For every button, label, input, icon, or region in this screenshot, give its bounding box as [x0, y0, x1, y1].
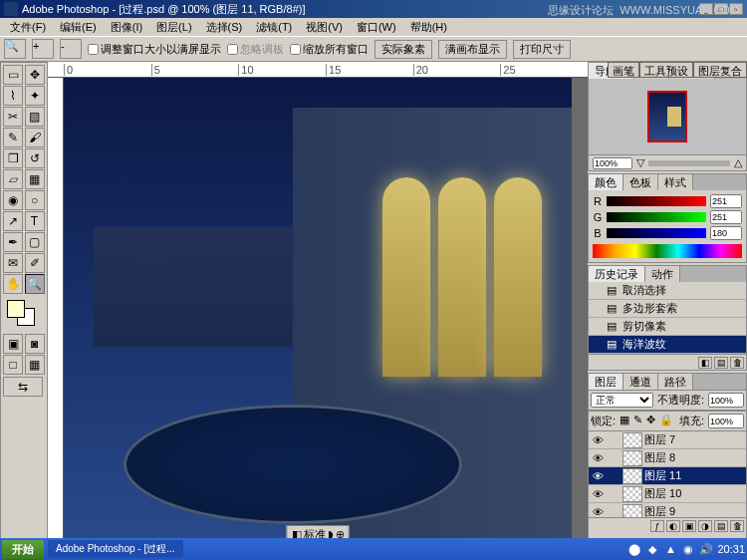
zoom-tool[interactable]: 🔍	[25, 274, 45, 294]
new-snapshot-icon[interactable]: ◧	[698, 357, 712, 369]
lock-position-icon[interactable]: ✥	[646, 414, 655, 428]
r-input[interactable]	[710, 194, 742, 208]
history-item[interactable]: ▤海洋波纹	[589, 336, 746, 354]
layer-style-icon[interactable]: ƒ	[650, 520, 664, 532]
zoom-all-checkbox[interactable]: 缩放所有窗口	[290, 42, 369, 57]
blur-tool[interactable]: ◉	[3, 190, 23, 210]
ignore-palettes-checkbox[interactable]: 忽略调板	[227, 42, 284, 57]
layer-item[interactable]: 👁图层 9	[589, 503, 746, 517]
tab-actions[interactable]: 动作	[645, 266, 680, 282]
layer-item[interactable]: 👁图层 10	[589, 485, 746, 503]
healing-tool[interactable]: ✎	[3, 128, 23, 147]
new-adjustment-icon[interactable]: ◑	[698, 520, 712, 532]
lock-transparency-icon[interactable]: ▦	[620, 414, 629, 428]
shape-tool[interactable]: ▢	[25, 232, 45, 252]
menu-layer[interactable]: 图层(L)	[150, 19, 197, 36]
menu-edit[interactable]: 编辑(E)	[54, 19, 103, 36]
crop-tool[interactable]: ✂	[3, 107, 23, 127]
menu-image[interactable]: 图像(I)	[105, 19, 148, 36]
tab-layers[interactable]: 图层	[589, 374, 623, 390]
taskbar-item[interactable]: Adobe Photoshop - [过程...	[48, 540, 183, 558]
tab-color[interactable]: 颜色	[589, 174, 623, 190]
menu-filter[interactable]: 滤镜(T)	[250, 19, 298, 36]
fill-input[interactable]	[708, 414, 744, 428]
tab-swatches[interactable]: 色板	[623, 174, 658, 190]
layer-item[interactable]: 👁图层 11	[589, 467, 746, 485]
foreground-color[interactable]	[7, 300, 25, 318]
menu-select[interactable]: 选择(S)	[200, 19, 249, 36]
b-slider[interactable]	[607, 228, 706, 238]
path-tool[interactable]: ↗	[3, 211, 23, 231]
tab-paths[interactable]: 路径	[658, 374, 693, 390]
eyedropper-tool[interactable]: ✐	[25, 253, 45, 273]
tab-styles[interactable]: 样式	[658, 174, 693, 190]
gradient-tool[interactable]: ▦	[25, 169, 45, 189]
layer-item[interactable]: 👁图层 7	[589, 431, 746, 449]
tab-tool-presets[interactable]: 工具预设	[639, 62, 693, 78]
slice-tool[interactable]: ▨	[25, 107, 45, 127]
clock[interactable]: 20:31	[717, 543, 745, 555]
actual-pixels-button[interactable]: 实际象素	[374, 40, 432, 59]
visibility-icon[interactable]: 👁	[591, 470, 605, 482]
new-set-icon[interactable]: ▣	[682, 520, 696, 532]
tray-icon[interactable]: ◉	[681, 542, 695, 556]
quickmask-mode-button[interactable]: ◙	[25, 334, 45, 354]
new-doc-icon[interactable]: ▤	[714, 357, 728, 369]
b-input[interactable]	[710, 226, 742, 240]
tray-icon[interactable]: ⬤	[627, 542, 641, 556]
zoom-in-icon[interactable]: △	[734, 156, 742, 169]
notes-tool[interactable]: ✉	[3, 253, 23, 273]
hand-tool[interactable]: ✋	[3, 274, 23, 294]
marquee-tool[interactable]: ▭	[3, 65, 23, 85]
visibility-icon[interactable]: 👁	[591, 452, 605, 464]
delete-icon[interactable]: 🗑	[730, 357, 744, 369]
menu-window[interactable]: 窗口(W)	[351, 19, 402, 36]
g-input[interactable]	[710, 210, 742, 224]
start-button[interactable]: 开始	[2, 540, 44, 559]
tray-icon[interactable]: ◆	[645, 542, 659, 556]
tab-history[interactable]: 历史记录	[589, 266, 645, 282]
r-slider[interactable]	[607, 196, 706, 206]
zoom-in-icon[interactable]: +	[32, 39, 54, 59]
zoom-input[interactable]	[593, 157, 632, 169]
new-layer-icon[interactable]: ▤	[714, 520, 728, 532]
current-tool-icon[interactable]: 🔍	[4, 39, 26, 59]
resize-fit-checkbox[interactable]: 调整窗口大小以满屏显示	[88, 42, 221, 57]
type-tool[interactable]: T	[25, 211, 45, 231]
menu-help[interactable]: 帮助(H)	[404, 19, 453, 36]
menu-file[interactable]: 文件(F)	[4, 19, 52, 36]
zoom-out-icon[interactable]: -	[60, 39, 82, 59]
eraser-tool[interactable]: ▱	[3, 169, 23, 189]
opacity-input[interactable]	[708, 393, 744, 408]
dodge-tool[interactable]: ○	[25, 190, 45, 210]
zoom-slider[interactable]	[648, 160, 730, 166]
tab-layer-comps[interactable]: 图层复合	[693, 62, 747, 78]
g-slider[interactable]	[607, 212, 706, 222]
delete-layer-icon[interactable]: 🗑	[730, 520, 744, 532]
tab-channels[interactable]: 通道	[623, 374, 658, 390]
visibility-icon[interactable]: 👁	[591, 488, 605, 500]
color-ramp[interactable]	[593, 244, 742, 258]
pen-tool[interactable]: ✒	[3, 232, 23, 252]
zoom-out-icon[interactable]: ▽	[636, 156, 644, 169]
navigator-thumbnail[interactable]	[647, 91, 687, 142]
visibility-icon[interactable]: 👁	[591, 434, 605, 446]
screenmode-1-button[interactable]: □	[3, 355, 23, 375]
tab-brushes[interactable]: 画笔	[608, 62, 639, 78]
tray-icon[interactable]: ▲	[663, 542, 677, 556]
brush-tool[interactable]: 🖌	[25, 128, 45, 147]
canvas-image[interactable]: ◧ 标准 ◗ ⊕	[64, 78, 572, 544]
history-item[interactable]: ▤多边形套索	[589, 300, 746, 318]
visibility-icon[interactable]: 👁	[591, 506, 605, 518]
layer-item[interactable]: 👁图层 8	[589, 449, 746, 467]
lasso-tool[interactable]: ⌇	[3, 86, 23, 106]
print-size-button[interactable]: 打印尺寸	[513, 40, 571, 59]
wand-tool[interactable]: ✦	[25, 86, 45, 106]
stamp-tool[interactable]: ❒	[3, 148, 23, 168]
menu-view[interactable]: 视图(V)	[300, 19, 349, 36]
standard-mode-button[interactable]: ▣	[3, 334, 23, 354]
history-item[interactable]: ▤剪切像素	[589, 318, 746, 336]
lock-all-icon[interactable]: 🔒	[659, 414, 673, 428]
fit-screen-button[interactable]: 满画布显示	[438, 40, 507, 59]
volume-icon[interactable]: 🔊	[699, 542, 713, 556]
